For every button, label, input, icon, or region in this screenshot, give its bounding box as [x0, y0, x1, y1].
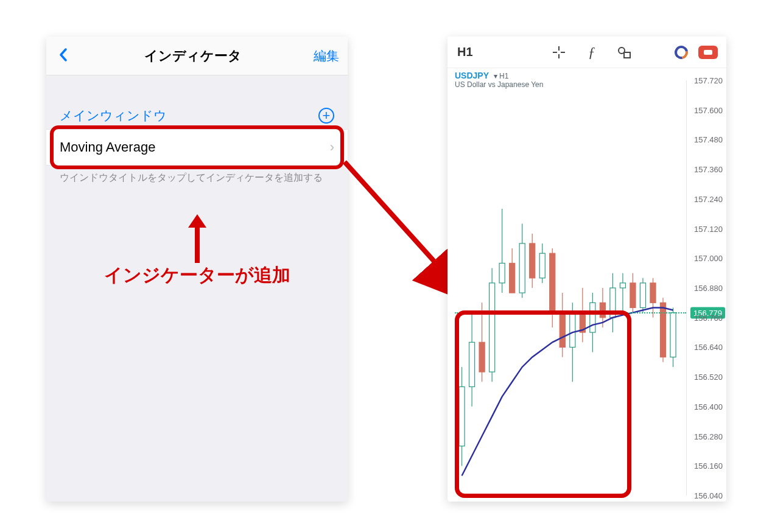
symbol-timeframe: H1 [499, 72, 508, 80]
svg-rect-46 [650, 283, 656, 303]
y-tick: 157.360 [694, 165, 723, 174]
svg-rect-24 [539, 253, 545, 278]
indicators-button[interactable]: ƒ [584, 45, 599, 60]
chart-area[interactable]: USDJPY ▾ H1 US Dollar vs Japanese Yen 15… [447, 68, 726, 502]
svg-rect-30 [570, 313, 575, 348]
nav-title: インディケータ [72, 47, 314, 65]
svg-rect-36 [600, 303, 605, 317]
svg-rect-20 [519, 243, 525, 293]
function-icon: ƒ [588, 44, 595, 60]
svg-rect-14 [490, 283, 495, 372]
indicator-settings-screen: インディケータ 編集 メインウィンドウ + Moving Average › ウ… [46, 37, 348, 502]
plus-icon: + [323, 109, 331, 122]
trade-button[interactable] [698, 46, 718, 59]
chart-toolbar: H1 ƒ [447, 37, 726, 68]
crosshair-icon [552, 46, 566, 59]
svg-rect-6 [624, 52, 630, 58]
back-button[interactable] [55, 46, 72, 66]
add-indicator-button[interactable]: + [318, 108, 334, 124]
timeframe-selector[interactable]: H1 [456, 45, 473, 59]
svg-rect-44 [640, 283, 645, 308]
chevron-left-icon [58, 47, 68, 62]
svg-rect-26 [550, 253, 555, 312]
section-header[interactable]: メインウィンドウ + [46, 107, 348, 129]
y-tick: 157.480 [694, 135, 723, 144]
shapes-icon [617, 46, 632, 59]
y-tick: 157.240 [694, 194, 723, 203]
refresh-button[interactable] [674, 45, 689, 60]
section-title: メインウィンドウ [60, 107, 167, 124]
donut-icon [672, 43, 691, 61]
y-tick: 156.640 [694, 343, 723, 352]
chevron-right-icon: › [330, 139, 334, 155]
y-tick: 156.160 [694, 461, 723, 471]
indicator-label: Moving Average [60, 139, 155, 155]
y-tick: 157.720 [694, 76, 723, 85]
y-tick: 156.400 [694, 402, 723, 411]
trade-icon [704, 50, 712, 55]
crosshair-button[interactable] [552, 45, 566, 60]
y-tick: 157.600 [694, 105, 723, 114]
edit-button[interactable]: 編集 [314, 47, 339, 65]
svg-rect-34 [590, 303, 595, 332]
svg-rect-12 [479, 342, 485, 372]
svg-rect-22 [530, 243, 535, 278]
nav-bar: インディケータ 編集 [46, 37, 348, 75]
svg-rect-18 [510, 263, 515, 293]
svg-rect-10 [469, 342, 475, 387]
svg-rect-28 [560, 313, 565, 348]
y-tick: 156.280 [694, 432, 723, 441]
chart-symbol: USDJPY ▾ H1 [455, 71, 719, 80]
current-price-line [455, 312, 686, 313]
svg-rect-16 [499, 263, 505, 282]
symbol-text: USDJPY [455, 71, 489, 80]
chart-screen: H1 ƒ [447, 37, 726, 502]
svg-rect-42 [630, 283, 636, 308]
y-tick: 156.880 [694, 284, 723, 293]
indicator-row-moving-average[interactable]: Moving Average › [46, 129, 348, 166]
y-tick: 157.120 [694, 224, 723, 233]
svg-rect-40 [620, 283, 625, 288]
y-tick: 157.000 [694, 254, 723, 263]
svg-rect-8 [459, 387, 465, 446]
annotation-callout: インジケーターが追加 [104, 263, 290, 288]
y-tick: 156.760 [694, 313, 723, 322]
hint-text: ウインドウタイトルをタップしてインディケータを追加する [46, 166, 348, 191]
y-tick: 156.520 [694, 373, 723, 382]
objects-button[interactable] [617, 45, 632, 60]
main-window-section: メインウィンドウ + Moving Average › ウインドウタイトルをタッ… [46, 107, 348, 191]
svg-rect-48 [660, 303, 665, 357]
chart-canvas[interactable] [455, 80, 686, 495]
y-tick: 156.040 [694, 491, 723, 500]
y-axis: 156.779 157.720157.600157.480157.360157.… [686, 80, 726, 495]
svg-rect-50 [670, 313, 676, 357]
